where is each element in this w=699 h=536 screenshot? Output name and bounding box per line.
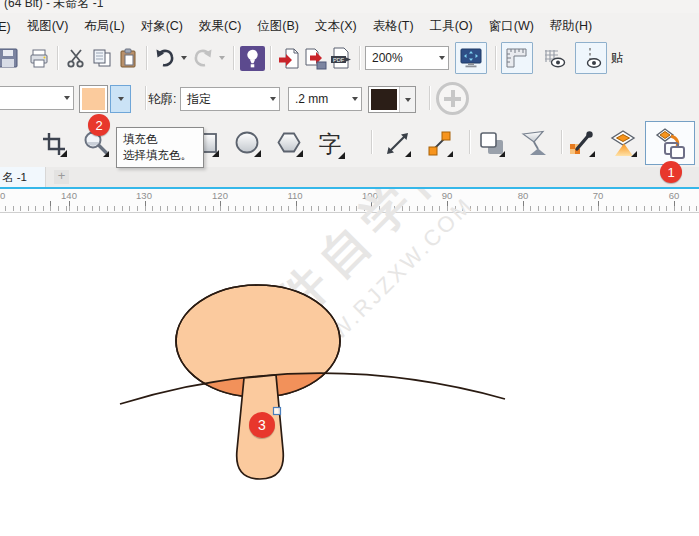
polygon-tool[interactable]	[270, 124, 310, 164]
dimension-tool[interactable]	[378, 124, 418, 164]
add-button[interactable]	[436, 82, 469, 115]
welcome-screen-button[interactable]	[239, 43, 265, 73]
toolbar-separator	[429, 86, 430, 110]
grid-toggle-button[interactable]	[539, 43, 569, 73]
polygon-icon	[276, 130, 304, 158]
outline-color-dropdown[interactable]	[399, 87, 415, 112]
outline-width-value: .2 mm	[289, 92, 349, 106]
toolbar-separator	[469, 130, 470, 154]
guideline-icon	[579, 46, 603, 70]
menu-window[interactable]: 窗口(W)	[481, 13, 542, 40]
zoom-level-value: 200%	[366, 51, 436, 65]
badge-number: 3	[258, 417, 266, 433]
save-icon	[0, 47, 19, 69]
ruler-label: 120	[212, 190, 228, 201]
crop-tool[interactable]	[34, 124, 74, 164]
outline-color-control	[368, 86, 416, 113]
menu-bar: (E) 视图(V) 布局(L) 对象(C) 效果(C) 位图(B) 文本(X) …	[0, 13, 699, 41]
menu-view[interactable]: 视图(V)	[19, 13, 77, 40]
document-tab-bar: 名 -1 +	[0, 167, 699, 187]
standard-toolbar: PDF 200%	[0, 40, 699, 77]
ruler-icon	[505, 46, 529, 70]
window-title: (64 Bit) - 未命名 -1	[4, 0, 699, 12]
transparency-tool[interactable]	[514, 124, 554, 164]
outline-color-swatch[interactable]	[369, 87, 399, 112]
connector-tool[interactable]	[420, 124, 460, 164]
property-bar: 轮廓: 指定 .2 mm	[0, 76, 699, 121]
menu-object[interactable]: 对象(C)	[133, 13, 191, 40]
print-button[interactable]	[26, 43, 52, 73]
menu-edit[interactable]: (E)	[0, 15, 19, 39]
publish-pdf-button[interactable]: PDF	[328, 43, 354, 73]
node-marker[interactable]	[274, 408, 281, 415]
monitor-icon	[459, 46, 483, 70]
menu-table[interactable]: 表格(T)	[365, 13, 422, 40]
title-bar: (64 Bit) - 未命名 -1	[0, 0, 699, 13]
color-eyedropper-tool[interactable]	[562, 124, 602, 164]
export-button[interactable]	[302, 43, 328, 73]
redo-icon	[191, 47, 215, 69]
ruler-label: 100	[362, 190, 378, 201]
redo-dropdown-caret[interactable]	[219, 56, 225, 60]
crop-icon	[40, 130, 68, 158]
dimension-icon	[384, 130, 412, 158]
step-badge-3: 3	[249, 412, 275, 438]
menu-bitmaps[interactable]: 位图(B)	[249, 13, 307, 40]
guidelines-toggle-button[interactable]	[575, 42, 607, 74]
smart-fill-icon	[610, 130, 638, 158]
menu-help[interactable]: 帮助(H)	[542, 13, 600, 40]
menu-layout[interactable]: 布局(L)	[76, 13, 132, 40]
undo-dropdown-caret[interactable]	[181, 56, 187, 60]
new-document-tab-button[interactable]: +	[54, 170, 69, 184]
tooltip-title: 填充色	[123, 131, 197, 147]
menu-effects[interactable]: 效果(C)	[191, 13, 249, 40]
snap-menu-label[interactable]: 贴	[611, 50, 624, 67]
interactive-fill-tool[interactable]	[645, 121, 695, 165]
import-button[interactable]	[276, 43, 302, 73]
undo-button[interactable]	[152, 43, 178, 73]
outline-label: 轮廓:	[148, 91, 176, 108]
cut-icon	[65, 47, 87, 69]
save-button[interactable]	[0, 45, 26, 71]
zoom-level-combobox[interactable]: 200%	[365, 46, 449, 70]
outline-style-combobox[interactable]: 指定	[180, 87, 280, 111]
eyedropper-icon	[568, 130, 596, 158]
ellipse-tool[interactable]	[228, 124, 268, 164]
tooltip-body: 选择填充色。	[123, 147, 197, 163]
mushroom-drawing[interactable]	[0, 212, 699, 536]
toolbar-separator	[57, 46, 58, 70]
drop-shadow-icon	[478, 130, 506, 158]
toolbar-separator	[371, 130, 372, 154]
cut-button[interactable]	[63, 43, 89, 73]
redo-button[interactable]	[190, 43, 216, 73]
toolbar-separator	[270, 46, 271, 70]
menu-tools[interactable]: 工具(O)	[422, 13, 481, 40]
text-tool[interactable]: 字	[310, 124, 350, 164]
badge-number: 2	[95, 118, 102, 133]
fill-type-combobox[interactable]	[0, 86, 74, 110]
fill-color-swatch[interactable]	[79, 85, 108, 113]
outline-width-caret	[352, 97, 358, 101]
toolbar-separator	[145, 86, 146, 110]
fullscreen-preview-button[interactable]	[455, 42, 487, 74]
ruler-label: 0	[0, 190, 5, 201]
fill-color-dropdown[interactable]	[110, 85, 131, 113]
smart-fill-tool[interactable]	[604, 124, 644, 164]
menu-text[interactable]: 文本(X)	[307, 13, 365, 40]
rulers-toggle-button[interactable]	[501, 42, 533, 74]
horizontal-ruler[interactable]: 0 140 130 120 110 100 90 80 70 60	[0, 189, 699, 213]
document-tab[interactable]: 名 -1	[0, 167, 46, 187]
pdf-label: PDF	[332, 56, 344, 62]
corel-draw-window: (64 Bit) - 未命名 -1 (E) 视图(V) 布局(L) 对象(C) …	[0, 0, 699, 536]
drop-shadow-tool[interactable]	[472, 124, 512, 164]
document-tab-label: 名 -1	[2, 170, 27, 185]
toolbar-separator	[495, 46, 496, 70]
badge-number: 1	[667, 165, 674, 180]
outline-style-value: 指定	[181, 91, 267, 108]
outline-width-combobox[interactable]: .2 mm	[288, 87, 362, 111]
paste-button[interactable]	[115, 43, 141, 73]
copy-button[interactable]	[89, 43, 115, 73]
ruler-label: 130	[136, 190, 152, 201]
copy-icon	[91, 47, 113, 69]
ruler-minor-ticks	[0, 206, 699, 211]
